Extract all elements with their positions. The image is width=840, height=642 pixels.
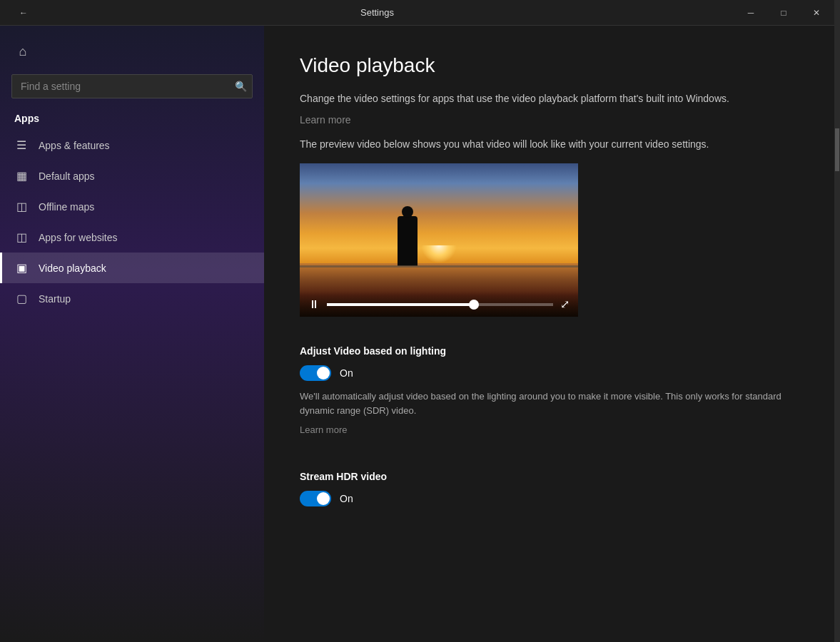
sky-bg — [300, 163, 578, 263]
preview-description: The preview video below shows you what v… — [300, 137, 804, 152]
sidebar-item-label: Default apps — [39, 170, 95, 182]
sidebar-item-startup[interactable]: ▢ Startup — [0, 283, 264, 314]
adjust-toggle[interactable] — [300, 365, 331, 381]
learn-more-link-2[interactable]: Learn more — [300, 424, 347, 435]
search-box: 🔍 — [11, 74, 253, 98]
sidebar-item-video-playback[interactable]: ▣ Video playback — [0, 253, 264, 283]
home-icon: ⌂ — [19, 44, 27, 59]
default-apps-icon: ▦ — [14, 169, 29, 183]
sidebar-item-apps-features[interactable]: ☰ Apps & features — [0, 130, 264, 160]
video-controls: ⏸ ⤢ — [300, 292, 578, 317]
sidebar-item-label: Startup — [39, 293, 71, 305]
offline-maps-icon: ◫ — [14, 200, 29, 213]
pause-button[interactable]: ⏸ — [308, 298, 320, 311]
page-title: Video playback — [300, 54, 804, 77]
page-description: Change the video settings for apps that … — [300, 91, 804, 106]
minimize-button[interactable]: ─ — [734, 0, 767, 26]
sidebar-item-label: Apps & features — [39, 140, 110, 151]
stream-hdr-section: Stream HDR video On — [300, 471, 804, 506]
sidebar-item-label: Offline maps — [39, 201, 94, 213]
toggle-knob-2 — [317, 492, 330, 505]
main-layout: ⌂ 🔍 Apps ☰ Apps & features ▦ Default app… — [0, 26, 840, 642]
learn-more-link-1[interactable]: Learn more — [300, 114, 351, 126]
sidebar-item-label: Apps for websites — [39, 232, 118, 243]
scrollbar-thumb[interactable] — [835, 128, 839, 171]
sidebar-item-apps-websites[interactable]: ◫ Apps for websites — [0, 222, 264, 253]
person-silhouette — [398, 216, 418, 266]
progress-bar[interactable] — [327, 303, 553, 306]
stream-toggle-label: On — [340, 493, 353, 504]
window-controls: ─ □ ✕ — [734, 0, 833, 26]
startup-icon: ▢ — [14, 292, 29, 305]
apps-features-icon: ☰ — [14, 138, 29, 152]
adjust-toggle-row: On — [300, 365, 804, 381]
apps-websites-icon: ◫ — [14, 230, 29, 244]
stream-toggle-row: On — [300, 491, 804, 506]
content-area: Video playback Change the video settings… — [264, 26, 840, 642]
maximize-button[interactable]: □ — [767, 0, 800, 26]
railing-element — [300, 265, 578, 268]
close-button[interactable]: ✕ — [800, 0, 833, 26]
progress-fill — [327, 303, 474, 306]
sidebar: ⌂ 🔍 Apps ☰ Apps & features ▦ Default app… — [0, 26, 264, 642]
sidebar-item-default-apps[interactable]: ▦ Default apps — [0, 160, 264, 191]
search-icon[interactable]: 🔍 — [235, 81, 247, 92]
sidebar-item-label: Video playback — [39, 263, 106, 274]
toggle-knob — [317, 367, 330, 379]
video-preview: ⏸ ⤢ — [300, 163, 578, 317]
home-button[interactable]: ⌂ — [9, 37, 37, 66]
titlebar: ← Settings ─ □ ✕ — [0, 0, 840, 26]
scrollbar-track — [834, 26, 840, 642]
stream-toggle[interactable] — [300, 491, 331, 506]
stream-hdr-title: Stream HDR video — [300, 471, 804, 482]
video-playback-icon: ▣ — [14, 261, 29, 275]
adjust-video-desc: We'll automatically adjust video based o… — [300, 389, 799, 417]
adjust-video-section: Adjust Video based on lighting On We'll … — [300, 345, 804, 449]
section-title: Apps — [0, 107, 264, 130]
window-title: Settings — [20, 7, 734, 18]
sidebar-item-offline-maps[interactable]: ◫ Offline maps — [0, 191, 264, 222]
expand-button[interactable]: ⤢ — [560, 297, 570, 311]
adjust-video-title: Adjust Video based on lighting — [300, 345, 804, 357]
progress-thumb — [469, 300, 479, 310]
adjust-toggle-label: On — [340, 367, 353, 379]
search-input[interactable] — [11, 74, 253, 98]
sun-element — [421, 245, 457, 263]
